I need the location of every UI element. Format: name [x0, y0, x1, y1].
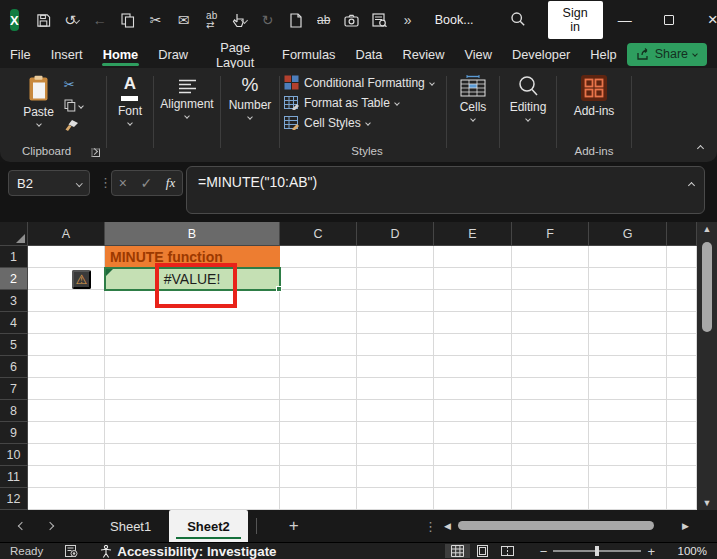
scroll-down-icon[interactable]: ▼ [697, 498, 717, 508]
row-header-10[interactable]: 10 [0, 444, 28, 466]
addins-button[interactable]: Add-ins [574, 75, 615, 118]
cell-A12[interactable] [28, 488, 105, 510]
undo-button[interactable]: ↺ [59, 6, 85, 34]
tab-help[interactable]: Help [580, 40, 626, 68]
zoom-slider[interactable] [553, 550, 641, 552]
col-header-B[interactable]: B [105, 222, 280, 246]
col-header-partial[interactable] [667, 222, 697, 246]
formula-input[interactable]: =MINUTE("10:AB") [186, 166, 705, 214]
cell-C2[interactable] [280, 268, 357, 290]
cell-E8[interactable] [434, 400, 512, 422]
col-header-G[interactable]: G [589, 222, 667, 246]
editing-menu-button[interactable]: Editing [510, 75, 547, 121]
cell-G1[interactable] [589, 246, 667, 268]
cell-D12[interactable] [357, 488, 434, 510]
sheet-tab-sheet1[interactable]: Sheet1 [92, 510, 169, 542]
cell-E3[interactable] [434, 290, 512, 312]
select-all-corner[interactable] [0, 222, 28, 246]
cell-C12[interactable] [280, 488, 357, 510]
cut-small-button[interactable]: ✂ [64, 77, 83, 92]
page-layout-view-button[interactable] [470, 544, 495, 558]
cell-G6[interactable] [589, 356, 667, 378]
cell-F10[interactable] [512, 444, 589, 466]
font-menu-button[interactable]: A Font [118, 75, 142, 125]
zoom-in-button[interactable]: + [641, 544, 661, 559]
cell-A4[interactable] [28, 312, 105, 334]
zoom-out-button[interactable]: − [534, 544, 554, 559]
cell-B12[interactable] [105, 488, 280, 510]
cell-F4[interactable] [512, 312, 589, 334]
tab-data[interactable]: Data [345, 40, 392, 68]
cell-partial-5[interactable] [667, 334, 697, 356]
cell-B9[interactable] [105, 422, 280, 444]
col-header-F[interactable]: F [512, 222, 589, 246]
hscroll-right-icon[interactable]: ▶ [682, 521, 689, 531]
cell-F1[interactable] [512, 246, 589, 268]
cell-partial-9[interactable] [667, 422, 697, 444]
save-button[interactable] [31, 6, 57, 34]
row-header-12[interactable]: 12 [0, 488, 28, 510]
cell-D1[interactable] [357, 246, 434, 268]
cell-styles-button[interactable]: Cell Styles [284, 115, 370, 130]
cut-button[interactable]: ✂ [143, 6, 169, 34]
vertical-scrollbar-thumb[interactable] [702, 242, 712, 332]
page-break-preview-button[interactable] [495, 544, 520, 558]
cell-partial-7[interactable] [667, 378, 697, 400]
cell-D6[interactable] [357, 356, 434, 378]
cell-E7[interactable] [434, 378, 512, 400]
strikethrough-button[interactable]: ab [311, 6, 337, 34]
col-header-A[interactable]: A [28, 222, 105, 246]
cell-partial-11[interactable] [667, 466, 697, 488]
cell-E6[interactable] [434, 356, 512, 378]
cell-D7[interactable] [357, 378, 434, 400]
back-button[interactable]: ← [87, 6, 113, 34]
mail-button[interactable]: ✉ [171, 6, 197, 34]
cell-partial-6[interactable] [667, 356, 697, 378]
cell-A6[interactable] [28, 356, 105, 378]
alignment-menu-button[interactable]: Alignment [160, 75, 213, 118]
new-sheet-button[interactable]: + [289, 516, 299, 536]
cell-F2[interactable] [512, 268, 589, 290]
cell-F5[interactable] [512, 334, 589, 356]
cell-E11[interactable] [434, 466, 512, 488]
cell-A11[interactable] [28, 466, 105, 488]
row-header-4[interactable]: 4 [0, 312, 28, 334]
cell-G12[interactable] [589, 488, 667, 510]
tab-insert[interactable]: Insert [41, 40, 93, 68]
copy-small-button[interactable] [64, 99, 83, 112]
maximize-button[interactable] [647, 0, 691, 40]
cell-partial-8[interactable] [667, 400, 697, 422]
cell-B7[interactable] [105, 378, 280, 400]
cell-F7[interactable] [512, 378, 589, 400]
previous-sheet-button[interactable] [8, 512, 36, 540]
cell-G5[interactable] [589, 334, 667, 356]
row-header-5[interactable]: 5 [0, 334, 28, 356]
sign-in-button[interactable]: Sign in [548, 1, 603, 39]
cell-G7[interactable] [589, 378, 667, 400]
cell-C4[interactable] [280, 312, 357, 334]
cell-G9[interactable] [589, 422, 667, 444]
redo-button[interactable]: ↻ [255, 6, 281, 34]
sheet-options-icon[interactable]: ⋮ [424, 519, 437, 534]
share-button[interactable]: Share [627, 43, 707, 66]
cell-D4[interactable] [357, 312, 434, 334]
cell-partial-12[interactable] [667, 488, 697, 510]
col-header-C[interactable]: C [280, 222, 357, 246]
collapse-formula-bar-button[interactable] [689, 176, 694, 191]
cell-C11[interactable] [280, 466, 357, 488]
cell-A3[interactable] [28, 290, 105, 312]
normal-view-button[interactable] [445, 544, 470, 558]
row-header-7[interactable]: 7 [0, 378, 28, 400]
cell-G8[interactable] [589, 400, 667, 422]
cell-F9[interactable] [512, 422, 589, 444]
lookup-button[interactable] [367, 6, 393, 34]
touch-mode-button[interactable] [227, 6, 253, 34]
cell-A8[interactable] [28, 400, 105, 422]
cell-B10[interactable] [105, 444, 280, 466]
tab-page-layout[interactable]: Page Layout [198, 40, 272, 68]
cell-D5[interactable] [357, 334, 434, 356]
cell-G3[interactable] [589, 290, 667, 312]
undo-menu-chevron-icon[interactable] [73, 16, 80, 23]
cell-G2[interactable] [589, 268, 667, 290]
cell-D8[interactable] [357, 400, 434, 422]
